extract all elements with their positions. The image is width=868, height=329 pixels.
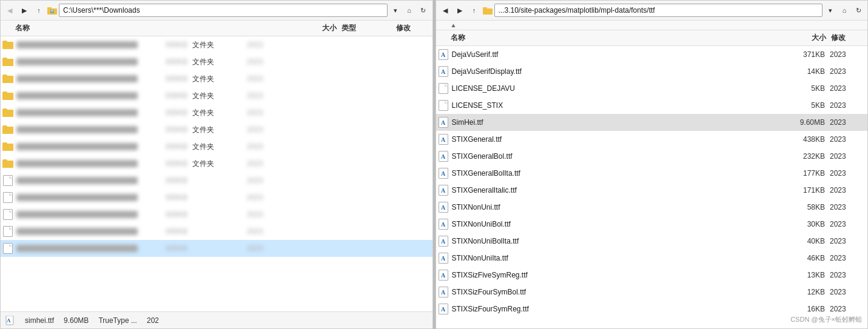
file-icon (2, 191, 14, 204)
left-file-name (16, 194, 138, 201)
right-file-row[interactable]: STIXGeneralItalic.ttf171KB2023 (436, 182, 868, 199)
right-file-row[interactable]: STIXGeneralBolIta.ttf177KB2023 (436, 165, 868, 182)
left-status-filename: simhei.ttf (25, 316, 54, 325)
right-file-name: DejaVuSerifDisplay.ttf (452, 67, 776, 76)
right-file-row[interactable]: STIXSizFourSymBol.ttf12KB2023 (436, 284, 868, 301)
left-file-size: 000KB (138, 75, 192, 83)
folder-icon (2, 124, 14, 136)
left-file-row[interactable]: 000KB文件夹2023 (1, 138, 432, 155)
right-file-modified: 2023 (830, 305, 866, 313)
left-file-row[interactable]: 000KB2023 (1, 223, 432, 240)
explorer-container: ◀ ▶ ↑ ▾ ⌂ ↻ 名称 大小 (0, 0, 868, 329)
right-file-size: 40KB (775, 237, 830, 245)
up-arrow-icon-right: ↑ (473, 7, 476, 14)
left-file-size: 000KB (138, 125, 192, 134)
right-file-row[interactable]: STIXSizFourSymReg.ttf16KB2023 (436, 301, 868, 317)
left-file-type: 文件夹 (192, 40, 247, 50)
left-col-name-header[interactable]: 名称 (1, 23, 287, 33)
left-file-row[interactable]: 000KB文件夹2023 (1, 104, 432, 121)
left-file-row[interactable]: 000KB文件夹2023 (1, 155, 432, 172)
left-file-modified: 2023 (247, 159, 283, 168)
left-file-name (16, 41, 138, 48)
left-file-row[interactable]: 000KB2023 (1, 240, 432, 257)
left-file-modified: 2023 (247, 91, 283, 100)
folder-icon (2, 73, 14, 85)
right-col-modified-header[interactable]: 修改 (831, 33, 867, 43)
left-file-size: 000KB (138, 159, 192, 168)
right-file-name: STIXGeneralItalic.ttf (452, 186, 776, 194)
right-back-button[interactable]: ◀ (439, 4, 452, 17)
left-file-modified: 2023 (247, 41, 283, 49)
left-back-button[interactable]: ◀ (3, 4, 16, 17)
right-search-button[interactable]: ▾ (824, 4, 837, 17)
left-file-size: 000KB (138, 41, 192, 49)
font-icon (437, 167, 449, 179)
left-file-row[interactable]: 000KB2023 (1, 172, 432, 189)
right-file-row[interactable]: DejaVuSerif.ttf371KB2023 (436, 46, 868, 63)
right-up-button[interactable]: ↑ (468, 4, 481, 17)
left-forward-button[interactable]: ▶ (18, 4, 31, 17)
font-icon (437, 116, 449, 128)
left-file-row[interactable]: 000KB文件夹2023 (1, 36, 432, 53)
left-status-icon: A (5, 316, 15, 325)
right-file-row[interactable]: LICENSE_STIX5KB2023 (436, 97, 868, 114)
right-file-row[interactable]: STIXGeneral.ttf438KB2023 (436, 131, 868, 148)
right-file-row[interactable]: LICENSE_DEJAVU5KB2023 (436, 80, 868, 97)
right-file-list[interactable]: DejaVuSerif.ttf371KB2023DejaVuSerifDispl… (436, 46, 868, 328)
right-file-size: 9.60MB (775, 118, 830, 127)
left-col-type-header[interactable]: 类型 (341, 23, 396, 33)
left-refresh-button[interactable]: ↻ (417, 4, 430, 17)
right-file-row[interactable]: SimHei.ttf9.60MB2023 (436, 114, 868, 131)
left-file-list[interactable]: 000KB文件夹2023 000KB文件夹2023 000KB文件夹2023 0… (1, 36, 432, 311)
right-folder-icon (482, 5, 493, 16)
right-address-input[interactable] (494, 4, 823, 17)
left-home-button[interactable]: ⌂ (403, 4, 416, 17)
left-file-name (16, 211, 138, 218)
left-col-size-header[interactable]: 大小 (287, 23, 341, 33)
left-file-row[interactable]: 000KB2023 (1, 206, 432, 223)
left-file-size: 000KB (138, 193, 192, 202)
left-toolbar-icons: ▾ ⌂ ↻ (389, 4, 430, 17)
folder-icon (2, 141, 14, 153)
folder-icon (2, 158, 14, 170)
right-home-button[interactable]: ⌂ (838, 4, 851, 17)
right-refresh-button[interactable]: ↻ (852, 4, 865, 17)
right-file-name: STIXSizFourSymBol.ttf (452, 288, 776, 296)
left-file-modified: 2023 (247, 210, 283, 219)
right-file-size: 30KB (775, 220, 830, 228)
left-file-size: 000KB (138, 108, 192, 117)
left-file-name (16, 143, 138, 150)
left-file-modified: 2023 (247, 142, 283, 151)
left-file-name (16, 75, 138, 82)
left-file-row[interactable]: 000KB文件夹2023 (1, 70, 432, 87)
right-col-size-header[interactable]: 大小 (776, 33, 831, 43)
left-file-row[interactable]: 000KB文件夹2023 (1, 87, 432, 104)
left-search-button[interactable]: ▾ (389, 4, 402, 17)
left-up-button[interactable]: ↑ (32, 4, 45, 17)
right-file-row[interactable]: STIXNonUniBol.ttf30KB2023 (436, 216, 868, 233)
right-file-row[interactable]: STIXSizFiveSymReg.ttf13KB2023 (436, 267, 868, 284)
left-file-name (16, 245, 138, 252)
left-file-row[interactable]: 000KB文件夹2023 (1, 53, 432, 70)
downloads-folder-icon (47, 5, 58, 16)
right-file-modified: 2023 (830, 67, 866, 76)
right-file-modified: 2023 (830, 135, 866, 144)
left-address-input[interactable] (59, 4, 388, 17)
right-file-row[interactable]: STIXNonUniBolIta.ttf40KB2023 (436, 233, 868, 250)
right-file-row[interactable]: DejaVuSerifDisplay.ttf14KB2023 (436, 63, 868, 80)
right-file-modified: 2023 (830, 50, 866, 59)
right-file-row[interactable]: STIXNonUniIta.ttf46KB2023 (436, 250, 868, 267)
right-forward-button[interactable]: ▶ (453, 4, 466, 17)
right-file-row[interactable]: STIXGeneralBol.ttf232KB2023 (436, 148, 868, 165)
left-status-bar: A simhei.ttf 9.60MB TrueType ... 202 (1, 311, 432, 328)
right-file-modified: 2023 (830, 220, 866, 228)
left-file-row[interactable]: 000KB文件夹2023 (1, 121, 432, 138)
svg-text:A: A (7, 317, 11, 324)
right-file-row[interactable]: STIXNonUni.ttf58KB2023 (436, 199, 868, 216)
left-file-row[interactable]: 000KB2023 (1, 189, 432, 206)
left-file-modified: 2023 (247, 176, 283, 185)
file-icon (437, 82, 449, 95)
left-col-modified-header[interactable]: 修改 (396, 23, 432, 33)
left-address-bar: ◀ ▶ ↑ ▾ ⌂ ↻ (1, 1, 432, 21)
right-col-name-header[interactable]: 名称 (436, 33, 777, 43)
